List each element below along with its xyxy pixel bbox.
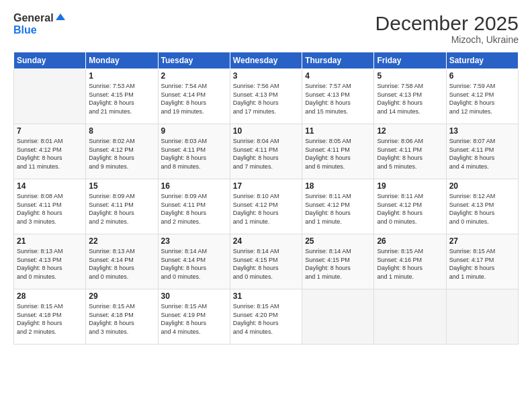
cell-w3-d4: 17Sunrise: 8:10 AM Sunset: 4:12 PM Dayli… <box>230 179 302 234</box>
week-row-2: 7Sunrise: 8:01 AM Sunset: 4:12 PM Daylig… <box>14 124 519 179</box>
calendar-header: Sunday Monday Tuesday Wednesday Thursday… <box>14 52 519 69</box>
day-info: Sunrise: 7:56 AM Sunset: 4:13 PM Dayligh… <box>233 82 299 116</box>
day-number: 20 <box>449 181 515 191</box>
header-friday: Friday <box>374 52 446 69</box>
day-number: 17 <box>233 181 299 191</box>
header-wednesday: Wednesday <box>230 52 302 69</box>
logo-svg: General Blue <box>13 12 65 36</box>
cell-w3-d1: 14Sunrise: 8:08 AM Sunset: 4:11 PM Dayli… <box>14 179 86 234</box>
logo-blue: Blue <box>13 24 65 36</box>
week-row-4: 21Sunrise: 8:13 AM Sunset: 4:13 PM Dayli… <box>14 234 519 289</box>
day-info: Sunrise: 7:59 AM Sunset: 4:12 PM Dayligh… <box>449 82 515 116</box>
cell-w2-d5: 11Sunrise: 8:05 AM Sunset: 4:11 PM Dayli… <box>302 124 374 179</box>
day-info: Sunrise: 7:53 AM Sunset: 4:15 PM Dayligh… <box>89 82 154 116</box>
day-number: 13 <box>449 126 515 136</box>
cell-w5-d3: 30Sunrise: 8:15 AM Sunset: 4:19 PM Dayli… <box>158 289 230 345</box>
cell-w3-d7: 20Sunrise: 8:12 AM Sunset: 4:13 PM Dayli… <box>446 179 518 234</box>
cell-w1-d2: 1Sunrise: 7:53 AM Sunset: 4:15 PM Daylig… <box>86 69 158 124</box>
cell-w5-d5 <box>302 289 374 345</box>
header-saturday: Saturday <box>446 52 518 69</box>
calendar-body: 1Sunrise: 7:53 AM Sunset: 4:15 PM Daylig… <box>14 69 519 345</box>
cell-w2-d6: 12Sunrise: 8:06 AM Sunset: 4:11 PM Dayli… <box>374 124 446 179</box>
cell-w4-d6: 26Sunrise: 8:15 AM Sunset: 4:16 PM Dayli… <box>374 234 446 289</box>
day-info: Sunrise: 8:14 AM Sunset: 4:14 PM Dayligh… <box>161 247 227 281</box>
day-number: 5 <box>377 71 443 81</box>
cell-w4-d2: 22Sunrise: 8:13 AM Sunset: 4:14 PM Dayli… <box>86 234 158 289</box>
cell-w4-d1: 21Sunrise: 8:13 AM Sunset: 4:13 PM Dayli… <box>14 234 86 289</box>
day-info: Sunrise: 8:09 AM Sunset: 4:11 PM Dayligh… <box>89 192 154 226</box>
header-row: Sunday Monday Tuesday Wednesday Thursday… <box>14 52 519 69</box>
cell-w3-d6: 19Sunrise: 8:11 AM Sunset: 4:12 PM Dayli… <box>374 179 446 234</box>
cell-w5-d2: 29Sunrise: 8:15 AM Sunset: 4:18 PM Dayli… <box>86 289 158 345</box>
day-number: 31 <box>233 291 299 301</box>
logo-general: General <box>13 12 65 24</box>
day-number: 15 <box>89 181 154 191</box>
cell-w1-d4: 3Sunrise: 7:56 AM Sunset: 4:13 PM Daylig… <box>230 69 302 124</box>
day-number: 6 <box>449 71 515 81</box>
cell-w2-d4: 10Sunrise: 8:04 AM Sunset: 4:11 PM Dayli… <box>230 124 302 179</box>
day-info: Sunrise: 8:15 AM Sunset: 4:20 PM Dayligh… <box>233 302 299 336</box>
day-number: 11 <box>305 126 371 136</box>
week-row-1: 1Sunrise: 7:53 AM Sunset: 4:15 PM Daylig… <box>14 69 519 124</box>
day-number: 9 <box>161 126 227 136</box>
day-number: 18 <box>305 181 371 191</box>
cell-w5-d4: 31Sunrise: 8:15 AM Sunset: 4:20 PM Dayli… <box>230 289 302 345</box>
day-info: Sunrise: 8:11 AM Sunset: 4:12 PM Dayligh… <box>305 192 371 226</box>
day-info: Sunrise: 7:58 AM Sunset: 4:13 PM Dayligh… <box>377 82 443 116</box>
day-info: Sunrise: 8:15 AM Sunset: 4:17 PM Dayligh… <box>449 247 515 281</box>
day-info: Sunrise: 7:54 AM Sunset: 4:14 PM Dayligh… <box>161 82 227 116</box>
day-info: Sunrise: 8:12 AM Sunset: 4:13 PM Dayligh… <box>449 192 515 226</box>
day-number: 8 <box>89 126 154 136</box>
cell-w1-d5: 4Sunrise: 7:57 AM Sunset: 4:13 PM Daylig… <box>302 69 374 124</box>
month-title: December 2025 <box>375 12 519 34</box>
calendar-table: Sunday Monday Tuesday Wednesday Thursday… <box>13 52 519 345</box>
header-sunday: Sunday <box>14 52 86 69</box>
cell-w5-d6 <box>374 289 446 345</box>
cell-w3-d3: 16Sunrise: 8:09 AM Sunset: 4:11 PM Dayli… <box>158 179 230 234</box>
day-info: Sunrise: 8:15 AM Sunset: 4:18 PM Dayligh… <box>89 302 154 336</box>
week-row-3: 14Sunrise: 8:08 AM Sunset: 4:11 PM Dayli… <box>14 179 519 234</box>
day-number: 16 <box>161 181 227 191</box>
day-number: 23 <box>161 236 227 246</box>
cell-w4-d3: 23Sunrise: 8:14 AM Sunset: 4:14 PM Dayli… <box>158 234 230 289</box>
day-number: 29 <box>89 291 154 301</box>
day-info: Sunrise: 8:08 AM Sunset: 4:11 PM Dayligh… <box>17 192 83 226</box>
cell-w2-d1: 7Sunrise: 8:01 AM Sunset: 4:12 PM Daylig… <box>14 124 86 179</box>
day-info: Sunrise: 8:02 AM Sunset: 4:12 PM Dayligh… <box>89 137 154 171</box>
day-number: 28 <box>17 291 83 301</box>
day-number: 19 <box>377 181 443 191</box>
day-info: Sunrise: 8:15 AM Sunset: 4:18 PM Dayligh… <box>17 302 83 336</box>
day-info: Sunrise: 8:13 AM Sunset: 4:13 PM Dayligh… <box>17 247 83 281</box>
header-monday: Monday <box>86 52 158 69</box>
day-number: 12 <box>377 126 443 136</box>
day-number: 14 <box>17 181 83 191</box>
header: General Blue December 2025 Mizoch, Ukrai… <box>13 12 519 45</box>
cell-w1-d1 <box>14 69 86 124</box>
day-info: Sunrise: 8:15 AM Sunset: 4:19 PM Dayligh… <box>161 302 227 336</box>
day-info: Sunrise: 8:04 AM Sunset: 4:11 PM Dayligh… <box>233 137 299 171</box>
day-number: 7 <box>17 126 83 136</box>
cell-w1-d7: 6Sunrise: 7:59 AM Sunset: 4:12 PM Daylig… <box>446 69 518 124</box>
day-info: Sunrise: 8:11 AM Sunset: 4:12 PM Dayligh… <box>377 192 443 226</box>
header-thursday: Thursday <box>302 52 374 69</box>
day-number: 2 <box>161 71 227 81</box>
day-info: Sunrise: 8:07 AM Sunset: 4:11 PM Dayligh… <box>449 137 515 171</box>
day-number: 25 <box>305 236 371 246</box>
cell-w5-d7 <box>446 289 518 345</box>
day-number: 27 <box>449 236 515 246</box>
page: General Blue December 2025 Mizoch, Ukrai… <box>0 0 532 411</box>
day-info: Sunrise: 8:14 AM Sunset: 4:15 PM Dayligh… <box>233 247 299 281</box>
day-info: Sunrise: 8:14 AM Sunset: 4:15 PM Dayligh… <box>305 247 371 281</box>
day-info: Sunrise: 8:01 AM Sunset: 4:12 PM Dayligh… <box>17 137 83 171</box>
day-info: Sunrise: 7:57 AM Sunset: 4:13 PM Dayligh… <box>305 82 371 116</box>
day-number: 1 <box>89 71 154 81</box>
header-tuesday: Tuesday <box>158 52 230 69</box>
week-row-5: 28Sunrise: 8:15 AM Sunset: 4:18 PM Dayli… <box>14 289 519 345</box>
cell-w3-d5: 18Sunrise: 8:11 AM Sunset: 4:12 PM Dayli… <box>302 179 374 234</box>
cell-w3-d2: 15Sunrise: 8:09 AM Sunset: 4:11 PM Dayli… <box>86 179 158 234</box>
cell-w1-d6: 5Sunrise: 7:58 AM Sunset: 4:13 PM Daylig… <box>374 69 446 124</box>
cell-w4-d4: 24Sunrise: 8:14 AM Sunset: 4:15 PM Dayli… <box>230 234 302 289</box>
day-info: Sunrise: 8:15 AM Sunset: 4:16 PM Dayligh… <box>377 247 443 281</box>
day-number: 30 <box>161 291 227 301</box>
cell-w1-d3: 2Sunrise: 7:54 AM Sunset: 4:14 PM Daylig… <box>158 69 230 124</box>
